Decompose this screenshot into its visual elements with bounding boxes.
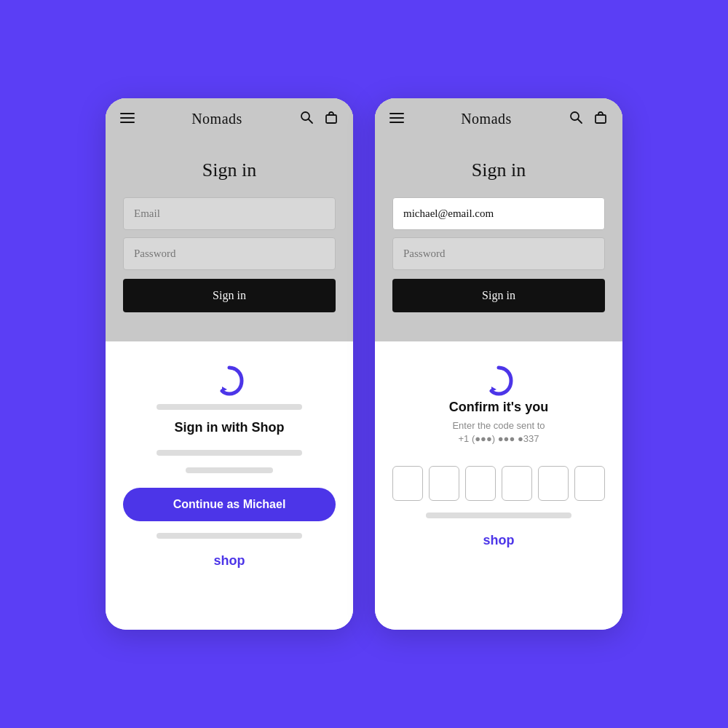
- phone-1: Nomads: [106, 98, 353, 630]
- svg-point-10: [571, 112, 579, 120]
- svg-rect-1: [120, 117, 135, 119]
- svg-point-3: [301, 112, 309, 120]
- decorative-bar-1a: [157, 404, 302, 410]
- bag-icon-2[interactable]: [593, 110, 608, 127]
- phone-1-bottom: Sign in with Shop Continue as Michael sh…: [106, 341, 353, 630]
- svg-rect-8: [389, 117, 404, 119]
- otp-box-1[interactable]: [392, 466, 423, 501]
- navbar-title-1: Nomads: [191, 111, 242, 127]
- otp-box-3[interactable]: [465, 466, 496, 501]
- decorative-bar-1b: [157, 450, 302, 456]
- email-input-1[interactable]: [123, 197, 336, 230]
- phone-1-top: Nomads: [106, 98, 353, 341]
- shop-footer-label-2: shop: [483, 533, 515, 548]
- shop-footer-label-1: shop: [214, 553, 245, 569]
- continue-as-michael-button[interactable]: Continue as Michael: [123, 488, 336, 521]
- svg-line-11: [578, 119, 582, 123]
- search-icon-1[interactable]: [299, 110, 314, 127]
- decorative-bar-1d: [157, 533, 302, 539]
- bag-icon-1[interactable]: [324, 110, 339, 127]
- svg-rect-5: [326, 115, 336, 123]
- hamburger-icon-2[interactable]: [389, 111, 404, 127]
- phone-2-top: Nomads: [375, 98, 622, 341]
- phones-container: Nomads: [106, 98, 622, 630]
- sign-in-section-2: Sign in Sign in: [375, 139, 622, 324]
- sign-in-title-1: Sign in: [123, 159, 336, 181]
- otp-box-2[interactable]: [429, 466, 459, 501]
- otp-container: [392, 466, 605, 501]
- navbar-2: Nomads: [375, 98, 622, 139]
- decorative-bar-1c: [186, 467, 273, 473]
- sign-in-title-2: Sign in: [392, 159, 605, 181]
- svg-rect-7: [389, 113, 404, 114]
- phone-2: Nomads: [375, 98, 622, 630]
- search-icon-2[interactable]: [569, 110, 583, 127]
- decorative-bar-2a: [426, 513, 571, 518]
- sign-in-button-2[interactable]: Sign in: [392, 279, 605, 312]
- shop-logo-icon-2: [480, 362, 518, 400]
- confirm-title: Confirm it's you: [449, 400, 548, 415]
- navbar-icons-1: [299, 110, 339, 127]
- svg-rect-0: [120, 113, 135, 114]
- navbar-1: Nomads: [106, 98, 353, 139]
- shop-section-title-1: Sign in with Shop: [175, 420, 285, 435]
- svg-rect-9: [389, 122, 404, 123]
- email-input-2[interactable]: [392, 197, 605, 230]
- sign-in-button-1[interactable]: Sign in: [123, 279, 336, 312]
- sign-in-section-1: Sign in Sign in: [106, 139, 353, 324]
- phone-2-bottom: Confirm it's you Enter the code sent to+…: [375, 341, 622, 630]
- navbar-icons-2: [569, 110, 608, 127]
- password-input-1[interactable]: [123, 237, 336, 270]
- svg-rect-2: [120, 122, 135, 123]
- shop-logo-icon-1: [210, 362, 248, 400]
- password-input-2[interactable]: [392, 237, 605, 270]
- otp-box-5[interactable]: [538, 466, 569, 501]
- svg-line-4: [309, 119, 312, 123]
- confirm-subtitle: Enter the code sent to+1 (●●●) ●●● ●337: [452, 419, 545, 446]
- otp-box-4[interactable]: [502, 466, 532, 501]
- svg-rect-12: [596, 115, 606, 123]
- otp-box-6[interactable]: [574, 466, 605, 501]
- hamburger-icon-1[interactable]: [120, 111, 135, 127]
- navbar-title-2: Nomads: [461, 111, 512, 127]
